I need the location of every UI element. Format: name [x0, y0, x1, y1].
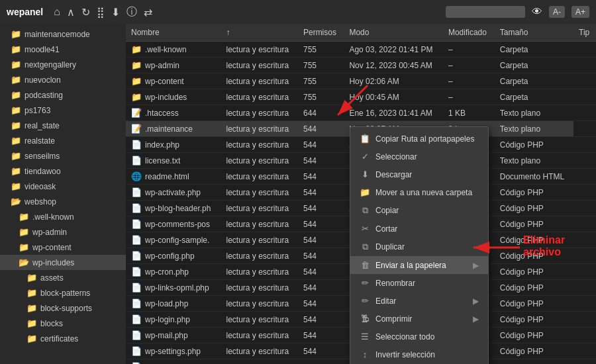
- file-modo: 544: [298, 121, 344, 137]
- sidebar-item-nuevoclon[interactable]: 📁nuevoclon: [0, 72, 126, 87]
- sidebar-item-block-supports[interactable]: 📁block-supports: [0, 300, 126, 316]
- sidebar-item-real-state[interactable]: 📁real_state: [0, 118, 126, 133]
- file-tipo: Código PHP: [495, 248, 573, 264]
- file-icon: 📝: [131, 108, 142, 118]
- context-menu-item-editar[interactable]: ✏Editar▶: [350, 292, 488, 310]
- file-tipo: Texto plano: [495, 121, 573, 137]
- file-permisos: lectura y escritura: [221, 105, 298, 121]
- file-name-cell: 📄wp-mail.php: [126, 328, 221, 343]
- settings-icon[interactable]: ⇄: [144, 6, 152, 19]
- table-col-1[interactable]: ↑: [221, 24, 298, 42]
- sidebar-item-realstate[interactable]: 📁realstate: [0, 133, 126, 148]
- context-menu-item-seleccionar-todo[interactable]: ☰Seleccionar todo: [350, 328, 488, 345]
- sidebar-item-podcasting[interactable]: 📁podcasting: [0, 87, 126, 103]
- file-modo: 755: [298, 73, 344, 89]
- file-icon: 📄: [131, 140, 142, 150]
- table-col-4[interactable]: Modificado: [443, 24, 495, 42]
- context-menu-item-enviar-a-la-papelera[interactable]: 🗑Enviar a la papelera▶: [350, 256, 488, 274]
- sidebar-item-webshop[interactable]: 📂webshop: [0, 194, 126, 209]
- file-name-cell: 📄wp-activate.php: [126, 185, 221, 201]
- table-col-6[interactable]: Tip: [573, 24, 596, 42]
- table-row[interactable]: 📝.htaccesslectura y escritura644Ene 16, …: [126, 105, 596, 121]
- table-row[interactable]: 📁.well-knownlectura y escritura755Ago 03…: [126, 42, 596, 58]
- font-size-down-button[interactable]: A-: [549, 6, 565, 18]
- search-input[interactable]: [446, 6, 525, 18]
- sidebar-item-label: senseilms: [25, 152, 60, 161]
- sidebar-item--well-known[interactable]: 📁.well-known: [0, 209, 126, 224]
- sidebar-item-block-patterns[interactable]: 📁block-patterns: [0, 285, 126, 300]
- sidebar-item-blocks[interactable]: 📁blocks: [0, 316, 126, 331]
- table-col-2[interactable]: Permisos: [298, 24, 344, 42]
- folder-icon: 📁: [11, 75, 21, 85]
- context-menu-item-copiar[interactable]: ⧉Copiar: [350, 201, 488, 220]
- sidebar-item-videoask[interactable]: 📁videoask: [0, 179, 126, 194]
- sidebar-item-label: wp-includes: [32, 258, 74, 267]
- file-permisos: lectura y escritura: [221, 201, 298, 216]
- download-icon[interactable]: ⬇: [111, 6, 120, 19]
- context-menu-item-renombrar[interactable]: ✏Renombrar: [350, 274, 488, 292]
- file-tipo: Carpeta: [495, 58, 573, 73]
- sidebar-item-wp-admin[interactable]: 📁wp-admin: [0, 224, 126, 240]
- logo: wepanel: [7, 7, 43, 17]
- sidebar-item-label: real_state: [25, 121, 60, 130]
- file-icon: 📄: [131, 267, 142, 277]
- folder-icon: 📁: [11, 151, 21, 161]
- file-tipo: Texto plano: [495, 153, 573, 169]
- folder-icon: 📁: [11, 166, 21, 176]
- info-icon[interactable]: ⓘ: [126, 5, 137, 19]
- file-modo: 544: [298, 264, 344, 280]
- context-menu-item-descargar[interactable]: ⬇Descargar: [350, 165, 488, 183]
- file-permisos: lectura y escritura: [221, 296, 298, 312]
- table-col-0[interactable]: Nombre: [126, 24, 221, 42]
- table-row[interactable]: 📁wp-includeslectura y escritura755Hoy 00…: [126, 89, 596, 105]
- up-icon[interactable]: ∧: [67, 6, 75, 19]
- refresh-icon[interactable]: ↻: [81, 6, 90, 19]
- sidebar-item-senseilms[interactable]: 📁senseilms: [0, 148, 126, 163]
- context-menu-item-copiar-ruta-al-portapapeles[interactable]: 📋Copiar Ruta al portapapeles: [350, 130, 488, 148]
- file-modo: 544: [298, 169, 344, 185]
- file-modo: 544: [298, 201, 344, 216]
- file-name-cell: 📝.htaccess: [126, 105, 221, 121]
- context-menu-item-cortar[interactable]: ✂Cortar: [350, 220, 488, 238]
- font-size-up-button[interactable]: A+: [571, 6, 589, 18]
- context-item-arrow-icon: ▶: [473, 296, 479, 306]
- file-tipo: Código PHP: [495, 280, 573, 296]
- file-name-cell: 📄wp-settings.php: [126, 343, 221, 359]
- sidebar-item-wp-includes[interactable]: 📂wp-includes: [0, 255, 126, 270]
- main-layout: 📁maintenancemode📁moodle41📁nextgengallery…: [0, 24, 596, 364]
- sidebar-item-label: assets: [40, 273, 64, 283]
- file-name: .htaccess: [145, 109, 179, 118]
- context-menu-item-seleccionar[interactable]: ✓Seleccionar: [350, 148, 488, 165]
- sidebar-item-assets[interactable]: 📁assets: [0, 270, 126, 285]
- home-icon[interactable]: ⌂: [54, 6, 60, 18]
- sidebar-item-ps1763[interactable]: 📁ps1763: [0, 103, 126, 118]
- file-name: wp-config.php: [145, 251, 195, 261]
- table-row[interactable]: 📁wp-contentlectura y escritura755Hoy 02:…: [126, 73, 596, 89]
- file-permisos: lectura y escritura: [221, 153, 298, 169]
- table-col-5[interactable]: Tamaño: [495, 24, 573, 42]
- file-name: wp-comments-pos: [145, 220, 210, 229]
- file-name: wp-login.php: [145, 315, 190, 324]
- sidebar-item-moodle41[interactable]: 📁moodle41: [0, 42, 126, 57]
- sidebar-item-wp-content[interactable]: 📁wp-content: [0, 240, 126, 255]
- context-menu-item-duplicar[interactable]: ⧉Duplicar: [350, 238, 488, 256]
- context-menu-item-comprimir[interactable]: 🗜Comprimir▶: [350, 310, 488, 328]
- sidebar-item-nextgengallery[interactable]: 📁nextgengallery: [0, 57, 126, 72]
- sidebar-item-label: ps1763: [25, 106, 50, 115]
- context-menu-item-invertir-selecci-n[interactable]: ↕Invertir selección: [350, 345, 488, 363]
- file-permisos: lectura y escritura: [221, 359, 298, 365]
- context-item-icon: ✓: [360, 152, 370, 161]
- file-icon: 📄: [131, 330, 142, 340]
- file-name-cell: 📄license.txt: [126, 153, 221, 169]
- sidebar-item-tiendawoo[interactable]: 📁tiendawoo: [0, 163, 126, 179]
- eye-icon[interactable]: 👁: [532, 6, 542, 18]
- grid-icon[interactable]: ⣿: [97, 6, 105, 19]
- sidebar-item-certificates[interactable]: 📁certificates: [0, 331, 126, 346]
- file-icon: 📄: [131, 346, 142, 356]
- file-name-cell: 📄index.php: [126, 137, 221, 153]
- table-col-3[interactable]: Modo: [344, 24, 442, 42]
- sidebar-item-label: realstate: [25, 136, 55, 146]
- table-row[interactable]: 📁wp-adminlectura y escritura755Nov 12, 2…: [126, 58, 596, 73]
- sidebar-item-maintenancemode[interactable]: 📁maintenancemode: [0, 26, 126, 42]
- context-menu-item-mover-a-una-nueva-carpeta[interactable]: 📁Mover a una nueva carpeta: [350, 183, 488, 201]
